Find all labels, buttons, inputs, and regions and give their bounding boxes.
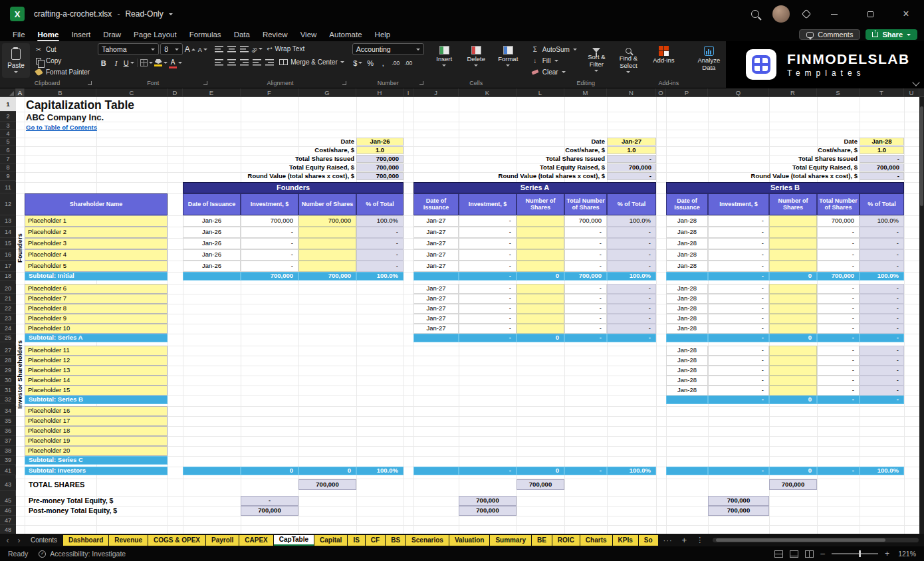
cell-Q29[interactable]: -	[708, 366, 769, 376]
cell-S29[interactable]: -	[817, 366, 860, 376]
cell-R28[interactable]	[769, 356, 817, 366]
cell-R31[interactable]	[769, 386, 817, 395]
subtotal-label-18[interactable]: Subtotal: Initial	[25, 272, 168, 280]
cell-F16[interactable]: -	[241, 249, 298, 261]
cell-T15[interactable]: -	[860, 238, 904, 249]
premoney-value[interactable]: 700,000	[459, 496, 517, 506]
cell-N25[interactable]: -	[607, 334, 656, 342]
cell-Q27[interactable]: -	[708, 346, 769, 356]
cell-Q23[interactable]: -	[708, 314, 769, 324]
cell-H41[interactable]: 100.0%	[356, 467, 404, 475]
summary-value[interactable]: 700,000	[607, 164, 656, 171]
cell-S24[interactable]: -	[817, 324, 860, 334]
cell-P14[interactable]: Jan-28	[666, 227, 708, 238]
row-header-36[interactable]: 36	[0, 426, 16, 436]
cell-S31[interactable]: -	[817, 386, 860, 395]
cell-M15[interactable]: -	[564, 238, 607, 249]
row-header-6[interactable]: 6	[0, 146, 16, 155]
cell-R27[interactable]	[769, 346, 817, 356]
cell-R29[interactable]	[769, 366, 817, 376]
increase-decimal-button[interactable]: .00	[390, 57, 402, 68]
zoom-level[interactable]: 121%	[896, 550, 916, 558]
cell-name-23[interactable]: Placeholder 9	[25, 314, 168, 324]
summary-value[interactable]: Jan-26	[356, 138, 404, 146]
cell-Q32[interactable]: -	[708, 395, 769, 404]
cell-Q41[interactable]: -	[708, 467, 769, 475]
page-break-view-button[interactable]	[805, 550, 814, 558]
cell-L22[interactable]	[517, 304, 564, 314]
cell-R14[interactable]	[769, 227, 817, 238]
addins-button[interactable]: Add-ins	[649, 43, 679, 64]
column-header-A[interactable]: A	[16, 88, 25, 96]
cell-E13[interactable]: Jan-26	[183, 215, 241, 227]
document-title[interactable]: crafting-a-crochet.xlsx - Read-Only	[34, 9, 173, 19]
cell-R32[interactable]: 0	[769, 395, 817, 404]
cell-name-27[interactable]: Placeholder 11	[25, 346, 168, 356]
cell-T25[interactable]: -	[860, 334, 904, 342]
align-right-button[interactable]	[239, 56, 250, 68]
select-all-corner[interactable]	[0, 88, 16, 96]
cell-M13[interactable]: 700,000	[564, 215, 607, 227]
row-header-28[interactable]: 28	[0, 356, 16, 366]
summary-value[interactable]: Jan-28	[860, 138, 904, 146]
restore-button[interactable]	[859, 4, 881, 24]
cell-R30[interactable]	[769, 376, 817, 386]
cell-L13[interactable]	[517, 215, 564, 227]
menu-item-file[interactable]: File	[7, 29, 31, 40]
cell-Q18[interactable]: -	[708, 272, 769, 280]
menu-item-automate[interactable]: Automate	[323, 29, 368, 40]
decrease-decimal-button[interactable]: .00	[403, 57, 414, 68]
sheet-tab-capex[interactable]: CAPEX	[239, 535, 273, 546]
page-layout-view-button[interactable]	[790, 550, 798, 558]
scrollbar-thumb[interactable]	[716, 538, 885, 542]
row-header-41[interactable]: 41	[0, 467, 16, 475]
cell-name-24[interactable]: Placeholder 10	[25, 324, 168, 334]
column-header-S[interactable]: S	[817, 88, 860, 96]
cell-S17[interactable]: -	[817, 261, 860, 272]
cell-R24[interactable]	[769, 324, 817, 334]
column-header-B[interactable]: B	[25, 88, 96, 96]
font-color-button[interactable]	[169, 57, 182, 68]
cell-name-36[interactable]: Placeholder 18	[25, 426, 168, 436]
column-header-R[interactable]: R	[769, 88, 817, 96]
column-header-G[interactable]: G	[298, 88, 356, 96]
cell-G16[interactable]	[298, 249, 356, 261]
cell-name-37[interactable]: Placeholder 19	[25, 436, 168, 446]
diamond-icon[interactable]	[802, 9, 811, 19]
total-shares-value[interactable]: 700,000	[298, 479, 356, 490]
cell-P25[interactable]	[666, 334, 708, 342]
find-select-button[interactable]: Find & Select	[614, 43, 643, 73]
italic-button[interactable]: I	[110, 57, 122, 68]
cell-P16[interactable]: Jan-28	[666, 249, 708, 261]
cell-E15[interactable]: Jan-26	[183, 238, 241, 249]
sheet-tab-kpis[interactable]: KPIs	[613, 535, 638, 546]
row-header-46[interactable]: 46	[0, 506, 16, 516]
cell-K14[interactable]: -	[459, 227, 517, 238]
subtotal-label-39[interactable]: Subtotal: Series C	[25, 456, 168, 465]
cell-M23[interactable]: -	[564, 314, 607, 324]
summary-value[interactable]: -	[860, 155, 904, 163]
cell-R25[interactable]: 0	[769, 334, 817, 342]
tabs-scroll-right-icon[interactable]	[14, 536, 24, 545]
premoney-value[interactable]: -	[241, 496, 298, 506]
cell-L14[interactable]	[517, 227, 564, 238]
cell-P41[interactable]	[666, 467, 708, 475]
paste-button[interactable]: Paste	[2, 43, 30, 78]
dialog-launcher-icon[interactable]	[419, 81, 423, 85]
cell-L25[interactable]: 0	[517, 334, 564, 342]
cell-P30[interactable]: Jan-28	[666, 376, 708, 386]
premoney-value[interactable]: 700,000	[708, 496, 769, 506]
cell-name-14[interactable]: Placeholder 2	[25, 227, 168, 238]
cell-K17[interactable]: -	[459, 261, 517, 272]
cell-P20[interactable]: Jan-28	[666, 284, 708, 294]
normal-view-button[interactable]	[774, 550, 783, 558]
cell-K23[interactable]: -	[459, 314, 517, 324]
row-header-45[interactable]: 45	[0, 496, 16, 506]
cell-F14[interactable]: -	[241, 227, 298, 238]
cell-S41[interactable]: -	[817, 467, 860, 475]
row-header-17[interactable]: 17	[0, 261, 16, 272]
format-cells-button[interactable]: Format	[493, 43, 523, 66]
horizontal-scrollbar[interactable]	[713, 538, 919, 542]
cell-J23[interactable]: Jan-27	[413, 314, 459, 324]
row-header-18[interactable]: 18	[0, 272, 16, 280]
